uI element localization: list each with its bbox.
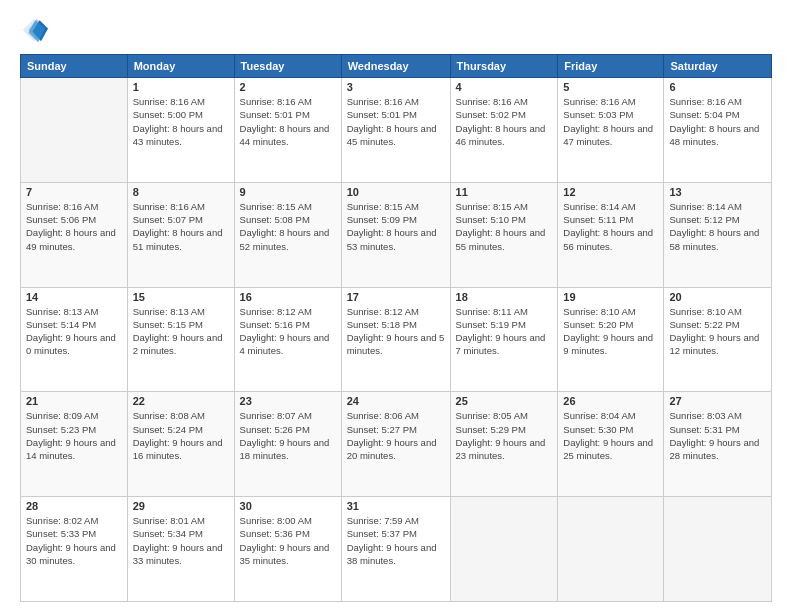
calendar-cell: 15 Sunrise: 8:13 AMSunset: 5:15 PMDaylig… xyxy=(127,287,234,392)
calendar-cell: 30 Sunrise: 8:00 AMSunset: 5:36 PMDaylig… xyxy=(234,497,341,602)
week-row-4: 21 Sunrise: 8:09 AMSunset: 5:23 PMDaylig… xyxy=(21,392,772,497)
calendar-cell: 18 Sunrise: 8:11 AMSunset: 5:19 PMDaylig… xyxy=(450,287,558,392)
day-number: 13 xyxy=(669,186,766,198)
week-row-1: 1 Sunrise: 8:16 AMSunset: 5:00 PMDayligh… xyxy=(21,78,772,183)
day-number: 16 xyxy=(240,291,336,303)
weekday-header-monday: Monday xyxy=(127,55,234,78)
calendar-cell: 31 Sunrise: 7:59 AMSunset: 5:37 PMDaylig… xyxy=(341,497,450,602)
day-number: 1 xyxy=(133,81,229,93)
week-row-3: 14 Sunrise: 8:13 AMSunset: 5:14 PMDaylig… xyxy=(21,287,772,392)
day-number: 26 xyxy=(563,395,658,407)
day-info: Sunrise: 8:01 AMSunset: 5:34 PMDaylight:… xyxy=(133,514,229,567)
day-info: Sunrise: 8:13 AMSunset: 5:14 PMDaylight:… xyxy=(26,305,122,358)
calendar-cell xyxy=(21,78,128,183)
weekday-header-friday: Friday xyxy=(558,55,664,78)
calendar-cell: 14 Sunrise: 8:13 AMSunset: 5:14 PMDaylig… xyxy=(21,287,128,392)
day-number: 5 xyxy=(563,81,658,93)
day-number: 19 xyxy=(563,291,658,303)
day-info: Sunrise: 8:14 AMSunset: 5:12 PMDaylight:… xyxy=(669,200,766,253)
day-info: Sunrise: 8:16 AMSunset: 5:07 PMDaylight:… xyxy=(133,200,229,253)
day-info: Sunrise: 8:12 AMSunset: 5:18 PMDaylight:… xyxy=(347,305,445,358)
weekday-header-thursday: Thursday xyxy=(450,55,558,78)
calendar-cell: 13 Sunrise: 8:14 AMSunset: 5:12 PMDaylig… xyxy=(664,182,772,287)
calendar-cell: 22 Sunrise: 8:08 AMSunset: 5:24 PMDaylig… xyxy=(127,392,234,497)
calendar-cell: 21 Sunrise: 8:09 AMSunset: 5:23 PMDaylig… xyxy=(21,392,128,497)
calendar-cell: 2 Sunrise: 8:16 AMSunset: 5:01 PMDayligh… xyxy=(234,78,341,183)
weekday-header-sunday: Sunday xyxy=(21,55,128,78)
calendar-cell: 10 Sunrise: 8:15 AMSunset: 5:09 PMDaylig… xyxy=(341,182,450,287)
calendar-cell: 7 Sunrise: 8:16 AMSunset: 5:06 PMDayligh… xyxy=(21,182,128,287)
calendar-cell: 5 Sunrise: 8:16 AMSunset: 5:03 PMDayligh… xyxy=(558,78,664,183)
day-number: 20 xyxy=(669,291,766,303)
day-info: Sunrise: 8:10 AMSunset: 5:22 PMDaylight:… xyxy=(669,305,766,358)
calendar-cell: 9 Sunrise: 8:15 AMSunset: 5:08 PMDayligh… xyxy=(234,182,341,287)
calendar-cell xyxy=(664,497,772,602)
day-info: Sunrise: 8:09 AMSunset: 5:23 PMDaylight:… xyxy=(26,409,122,462)
day-info: Sunrise: 8:14 AMSunset: 5:11 PMDaylight:… xyxy=(563,200,658,253)
day-number: 23 xyxy=(240,395,336,407)
calendar-cell: 27 Sunrise: 8:03 AMSunset: 5:31 PMDaylig… xyxy=(664,392,772,497)
day-number: 27 xyxy=(669,395,766,407)
calendar-cell xyxy=(558,497,664,602)
day-number: 29 xyxy=(133,500,229,512)
day-info: Sunrise: 8:07 AMSunset: 5:26 PMDaylight:… xyxy=(240,409,336,462)
calendar-cell: 19 Sunrise: 8:10 AMSunset: 5:20 PMDaylig… xyxy=(558,287,664,392)
day-info: Sunrise: 8:16 AMSunset: 5:03 PMDaylight:… xyxy=(563,95,658,148)
day-info: Sunrise: 8:00 AMSunset: 5:36 PMDaylight:… xyxy=(240,514,336,567)
calendar-cell: 12 Sunrise: 8:14 AMSunset: 5:11 PMDaylig… xyxy=(558,182,664,287)
day-info: Sunrise: 8:11 AMSunset: 5:19 PMDaylight:… xyxy=(456,305,553,358)
calendar-cell: 26 Sunrise: 8:04 AMSunset: 5:30 PMDaylig… xyxy=(558,392,664,497)
day-number: 24 xyxy=(347,395,445,407)
calendar-cell: 23 Sunrise: 8:07 AMSunset: 5:26 PMDaylig… xyxy=(234,392,341,497)
day-number: 9 xyxy=(240,186,336,198)
day-info: Sunrise: 8:10 AMSunset: 5:20 PMDaylight:… xyxy=(563,305,658,358)
day-info: Sunrise: 8:16 AMSunset: 5:02 PMDaylight:… xyxy=(456,95,553,148)
day-info: Sunrise: 8:15 AMSunset: 5:09 PMDaylight:… xyxy=(347,200,445,253)
calendar-cell: 6 Sunrise: 8:16 AMSunset: 5:04 PMDayligh… xyxy=(664,78,772,183)
day-info: Sunrise: 8:15 AMSunset: 5:10 PMDaylight:… xyxy=(456,200,553,253)
day-info: Sunrise: 8:03 AMSunset: 5:31 PMDaylight:… xyxy=(669,409,766,462)
weekday-header-tuesday: Tuesday xyxy=(234,55,341,78)
day-number: 7 xyxy=(26,186,122,198)
week-row-5: 28 Sunrise: 8:02 AMSunset: 5:33 PMDaylig… xyxy=(21,497,772,602)
day-number: 30 xyxy=(240,500,336,512)
week-row-2: 7 Sunrise: 8:16 AMSunset: 5:06 PMDayligh… xyxy=(21,182,772,287)
day-number: 4 xyxy=(456,81,553,93)
day-info: Sunrise: 8:02 AMSunset: 5:33 PMDaylight:… xyxy=(26,514,122,567)
day-number: 31 xyxy=(347,500,445,512)
day-info: Sunrise: 8:16 AMSunset: 5:01 PMDaylight:… xyxy=(347,95,445,148)
day-number: 10 xyxy=(347,186,445,198)
header xyxy=(20,16,772,44)
day-info: Sunrise: 7:59 AMSunset: 5:37 PMDaylight:… xyxy=(347,514,445,567)
day-number: 18 xyxy=(456,291,553,303)
calendar-cell: 24 Sunrise: 8:06 AMSunset: 5:27 PMDaylig… xyxy=(341,392,450,497)
calendar-cell xyxy=(450,497,558,602)
logo xyxy=(20,16,52,44)
calendar-table: SundayMondayTuesdayWednesdayThursdayFrid… xyxy=(20,54,772,602)
day-info: Sunrise: 8:16 AMSunset: 5:01 PMDaylight:… xyxy=(240,95,336,148)
day-number: 6 xyxy=(669,81,766,93)
day-info: Sunrise: 8:16 AMSunset: 5:04 PMDaylight:… xyxy=(669,95,766,148)
page: SundayMondayTuesdayWednesdayThursdayFrid… xyxy=(0,0,792,612)
day-number: 3 xyxy=(347,81,445,93)
weekday-header-row: SundayMondayTuesdayWednesdayThursdayFrid… xyxy=(21,55,772,78)
day-info: Sunrise: 8:13 AMSunset: 5:15 PMDaylight:… xyxy=(133,305,229,358)
day-info: Sunrise: 8:15 AMSunset: 5:08 PMDaylight:… xyxy=(240,200,336,253)
calendar-cell: 4 Sunrise: 8:16 AMSunset: 5:02 PMDayligh… xyxy=(450,78,558,183)
calendar-cell: 11 Sunrise: 8:15 AMSunset: 5:10 PMDaylig… xyxy=(450,182,558,287)
day-number: 17 xyxy=(347,291,445,303)
calendar-cell: 20 Sunrise: 8:10 AMSunset: 5:22 PMDaylig… xyxy=(664,287,772,392)
calendar-cell: 16 Sunrise: 8:12 AMSunset: 5:16 PMDaylig… xyxy=(234,287,341,392)
calendar-cell: 25 Sunrise: 8:05 AMSunset: 5:29 PMDaylig… xyxy=(450,392,558,497)
day-number: 25 xyxy=(456,395,553,407)
day-number: 11 xyxy=(456,186,553,198)
weekday-header-saturday: Saturday xyxy=(664,55,772,78)
calendar-cell: 17 Sunrise: 8:12 AMSunset: 5:18 PMDaylig… xyxy=(341,287,450,392)
weekday-header-wednesday: Wednesday xyxy=(341,55,450,78)
day-info: Sunrise: 8:08 AMSunset: 5:24 PMDaylight:… xyxy=(133,409,229,462)
day-number: 22 xyxy=(133,395,229,407)
day-number: 15 xyxy=(133,291,229,303)
day-info: Sunrise: 8:04 AMSunset: 5:30 PMDaylight:… xyxy=(563,409,658,462)
day-number: 21 xyxy=(26,395,122,407)
calendar-cell: 3 Sunrise: 8:16 AMSunset: 5:01 PMDayligh… xyxy=(341,78,450,183)
